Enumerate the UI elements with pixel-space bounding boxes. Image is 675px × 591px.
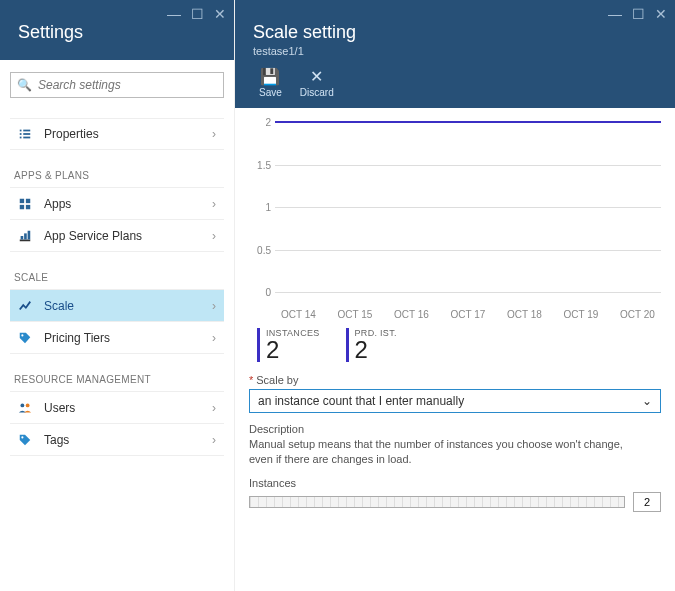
- nav-apps[interactable]: Apps ›: [10, 188, 224, 220]
- chevron-right-icon: ›: [212, 331, 216, 345]
- minimize-icon[interactable]: —: [167, 6, 181, 22]
- nav-label: Properties: [44, 127, 212, 141]
- right-window-controls: — ☐ ✕: [608, 6, 667, 22]
- chevron-down-icon: ⌄: [642, 394, 652, 408]
- minimize-icon[interactable]: —: [608, 6, 622, 22]
- close-icon[interactable]: ✕: [214, 6, 226, 22]
- nav-group-scale: SCALE Scale › Pricing Tiers ›: [10, 272, 224, 354]
- svg-rect-10: [20, 239, 31, 241]
- svg-rect-5: [23, 137, 30, 139]
- chevron-right-icon: ›: [212, 299, 216, 313]
- stat-prd-ist: PRD. IST. 2: [346, 328, 397, 362]
- scale-icon: [18, 299, 36, 313]
- nav-label: Tags: [44, 433, 212, 447]
- chart-ytick: 2: [249, 117, 271, 128]
- group-title: APPS & PLANS: [10, 170, 224, 188]
- chart-ytick: 1: [249, 202, 271, 213]
- group-title: RESOURCE MANAGEMENT: [10, 374, 224, 392]
- svg-rect-8: [20, 204, 24, 208]
- users-icon: [18, 401, 36, 415]
- scale-header: — ☐ ✕ Scale setting testase1/1 💾 Save ✕ …: [235, 0, 675, 108]
- chart-xaxis: OCT 14OCT 15OCT 16OCT 17OCT 18OCT 19OCT …: [275, 309, 661, 320]
- chart-xtick: OCT 15: [338, 309, 373, 320]
- chart-gridline: [275, 165, 661, 166]
- search-settings[interactable]: 🔍: [10, 72, 224, 98]
- scale-title: Scale setting: [253, 22, 663, 43]
- save-button[interactable]: 💾 Save: [259, 69, 282, 98]
- left-window-controls: — ☐ ✕: [167, 6, 226, 22]
- nav-users[interactable]: Users ›: [10, 392, 224, 424]
- scale-panel: — ☐ ✕ Scale setting testase1/1 💾 Save ✕ …: [235, 0, 675, 591]
- maximize-icon[interactable]: ☐: [191, 6, 204, 22]
- chart-gridline: [275, 250, 661, 251]
- scale-by-row: *Scale by an instance count that I enter…: [249, 374, 661, 413]
- apps-icon: [18, 197, 36, 211]
- svg-rect-4: [20, 137, 22, 139]
- instances-slider-row: [249, 492, 661, 512]
- discard-button[interactable]: ✕ Discard: [300, 69, 334, 98]
- chart-xtick: OCT 17: [451, 309, 486, 320]
- close-icon[interactable]: ✕: [655, 6, 667, 22]
- nav-scale[interactable]: Scale ›: [10, 290, 224, 322]
- chevron-right-icon: ›: [212, 229, 216, 243]
- svg-rect-9: [26, 204, 30, 208]
- chart-xtick: OCT 19: [564, 309, 599, 320]
- instances-slider[interactable]: [249, 496, 625, 508]
- stat-instances: INSTANCES 2: [257, 328, 320, 362]
- save-label: Save: [259, 87, 282, 98]
- instances-label: Instances: [249, 477, 661, 489]
- settings-panel: — ☐ ✕ Settings 🔍 Properties › APPS & PLA…: [0, 0, 235, 591]
- instances-input[interactable]: [633, 492, 661, 512]
- chevron-right-icon: ›: [212, 197, 216, 211]
- chart-gridline: [275, 207, 661, 208]
- scale-by-label: *Scale by: [249, 374, 661, 386]
- search-input[interactable]: [38, 78, 217, 92]
- scale-by-value: an instance count that I enter manually: [258, 394, 464, 408]
- nav-label: App Service Plans: [44, 229, 212, 243]
- nav-label: Pricing Tiers: [44, 331, 212, 345]
- maximize-icon[interactable]: ☐: [632, 6, 645, 22]
- nav-properties[interactable]: Properties ›: [10, 118, 224, 150]
- scale-toolbar: 💾 Save ✕ Discard: [259, 69, 663, 98]
- nav-group-resource: RESOURCE MANAGEMENT Users › Tags ›: [10, 374, 224, 456]
- scale-by-label-text: Scale by: [256, 374, 298, 386]
- properties-icon: [18, 127, 36, 141]
- description-text: Manual setup means that the number of in…: [249, 437, 649, 467]
- svg-rect-11: [21, 236, 24, 240]
- nav-label: Scale: [44, 299, 212, 313]
- chart-xtick: OCT 18: [507, 309, 542, 320]
- chart-xtick: OCT 14: [281, 309, 316, 320]
- chevron-right-icon: ›: [212, 401, 216, 415]
- scale-by-select[interactable]: an instance count that I enter manually …: [249, 389, 661, 413]
- tags-icon: [18, 433, 36, 447]
- chart-ytick: 0.5: [249, 244, 271, 255]
- nav-tags[interactable]: Tags ›: [10, 424, 224, 456]
- chart-gridline: [275, 292, 661, 293]
- chevron-right-icon: ›: [212, 433, 216, 447]
- svg-point-17: [21, 436, 23, 438]
- chart-ytick: 1.5: [249, 159, 271, 170]
- chart-stats: INSTANCES 2 PRD. IST. 2: [257, 328, 661, 362]
- chart-ytick: 0: [249, 287, 271, 298]
- svg-rect-3: [23, 133, 30, 135]
- svg-point-15: [20, 403, 24, 407]
- save-icon: 💾: [260, 69, 280, 85]
- pricing-icon: [18, 331, 36, 345]
- nav-pricing-tiers[interactable]: Pricing Tiers ›: [10, 322, 224, 354]
- scale-subtitle: testase1/1: [253, 45, 663, 57]
- svg-rect-2: [20, 133, 22, 135]
- settings-header: — ☐ ✕ Settings: [0, 0, 234, 60]
- settings-title: Settings: [18, 22, 222, 43]
- svg-rect-7: [26, 198, 30, 202]
- nav-app-service-plans[interactable]: App Service Plans ›: [10, 220, 224, 252]
- description-label: Description: [249, 423, 661, 435]
- chevron-right-icon: ›: [212, 127, 216, 141]
- nav-group-general: Properties ›: [10, 118, 224, 150]
- nav-label: Users: [44, 401, 212, 415]
- search-icon: 🔍: [17, 78, 32, 92]
- discard-label: Discard: [300, 87, 334, 98]
- nav-label: Apps: [44, 197, 212, 211]
- svg-rect-1: [23, 130, 30, 132]
- svg-point-14: [21, 334, 23, 336]
- svg-rect-12: [24, 233, 27, 239]
